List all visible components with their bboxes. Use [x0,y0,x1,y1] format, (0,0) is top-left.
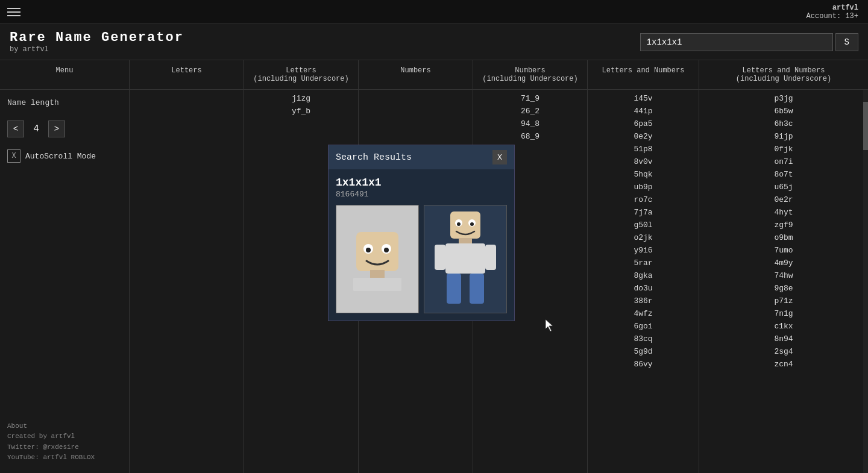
list-item[interactable]: u65j [699,181,868,193]
list-item[interactable]: 6b5w [699,105,868,117]
col-header-numbers: Numbers [359,60,473,89]
result-name: 1x1x1x1 [336,177,507,189]
svg-rect-13 [445,243,485,274]
autoscroll-toggle[interactable]: X [7,149,20,163]
list-item[interactable]: 0fjk [699,143,868,155]
list-item[interactable]: jizg [244,92,358,105]
search-input[interactable] [640,33,833,51]
title-block: Rare Name Generator by artfvl [10,30,184,54]
list-item[interactable]: 7umo [699,244,868,257]
about-label: About [7,421,122,432]
username: artfvl [807,4,858,12]
list-item[interactable]: 0e2r [699,193,868,206]
search-results-modal: Search Results X 1x1x1x1 8166491 [328,145,515,321]
sidebar: Name length < 4 > X AutoScroll Mode Abou… [0,90,130,473]
list-item[interactable]: 4m9y [699,257,868,269]
list-item[interactable]: 5rar [588,257,699,269]
list-item[interactable]: 74hw [699,269,868,282]
modal-title: Search Results [336,152,412,163]
col-header-letters: Letters [130,60,244,89]
list-item[interactable]: 51p8 [588,143,699,155]
name-length-label: Name length [7,98,122,107]
name-length-control: < 4 > [7,121,122,137]
scrollbar-track[interactable] [863,90,868,473]
list-item[interactable]: ro7c [588,193,699,206]
list-item[interactable]: o9bm [699,231,868,244]
list-item[interactable]: 7j7a [588,206,699,219]
list-item[interactable]: 441p [588,105,699,117]
account-label: Account: 13+ [807,12,858,20]
length-display: 4 [30,124,42,134]
svg-point-4 [384,248,389,252]
list-item[interactable]: 6goi [588,320,699,333]
created-by: Created by artfvl [7,431,122,442]
col-header-lan-us: Letters and Numbers(including Underscore… [699,60,868,89]
list-item[interactable]: 7n1g [699,307,868,320]
list-item[interactable]: 4wfz [588,307,699,320]
scrollbar-thumb[interactable] [863,102,868,150]
lan-column: i45v 441p 6pa5 0e2y 51p8 8v0v 5hqk ub9p … [588,90,699,473]
autoscroll-label: AutoScroll Mode [25,152,96,161]
app-subtitle: by artfvl [10,45,184,54]
increment-button[interactable]: > [48,121,65,137]
list-item[interactable]: 94_8 [473,117,587,130]
decrement-button[interactable]: < [7,121,24,137]
list-item[interactable]: 83cq [588,333,699,345]
list-item[interactable]: 5hqk [588,168,699,181]
list-item[interactable]: yf_b [244,105,358,117]
list-item[interactable]: 71_9 [473,92,587,105]
list-item[interactable]: 9g8e [699,282,868,295]
list-item[interactable]: on7i [699,155,868,168]
column-headers: Menu Letters Letters(including Underscor… [0,60,868,90]
search-button[interactable]: S [835,33,858,51]
col-header-lan: Letters and Numbers [588,60,699,89]
svg-rect-16 [447,274,461,304]
avatar-headshot-svg [347,226,407,292]
hamburger-menu[interactable] [7,8,20,16]
list-item[interactable]: 8gka [588,269,699,282]
list-item[interactable]: zgf9 [699,219,868,231]
title-area: Rare Name Generator by artfvl S [0,24,868,60]
list-item[interactable]: 2sg4 [699,345,868,358]
list-item[interactable]: do3u [588,282,699,295]
list-item[interactable]: p3jg [699,92,868,105]
list-item[interactable]: 6h3c [699,117,868,130]
list-item[interactable]: ub9p [588,181,699,193]
twitter-handle: Twitter: @rxdesire [7,442,122,453]
svg-rect-15 [485,245,496,270]
letters-column [130,90,244,473]
col-header-menu: Menu [0,60,130,89]
list-item[interactable]: 9ijp [699,130,868,143]
list-item[interactable]: 6pa5 [588,117,699,130]
list-item[interactable]: i45v [588,92,699,105]
avatar-headshot [336,205,419,313]
list-item[interactable]: 386r [588,295,699,307]
svg-rect-17 [470,274,484,304]
sidebar-footer: About Created by artfvl Twitter: @rxdesi… [7,421,122,463]
autoscroll-control: X AutoScroll Mode [7,149,122,163]
avatars-row [336,205,507,313]
modal-header: Search Results X [329,145,514,169]
list-item[interactable]: y9i6 [588,244,699,257]
list-item[interactable]: 0e2y [588,130,699,143]
list-item[interactable]: p71z [699,295,868,307]
list-item[interactable]: 86vy [588,358,699,371]
list-item[interactable]: 8v0v [588,155,699,168]
list-item[interactable]: 68_9 [473,130,587,143]
modal-close-button[interactable]: X [492,150,507,164]
result-id: 8166491 [336,190,507,199]
list-item[interactable]: 5g9d [588,345,699,358]
list-item[interactable]: 8o7t [699,168,868,181]
svg-rect-5 [370,270,385,278]
list-item[interactable]: o2jk [588,231,699,244]
list-item[interactable]: 26_2 [473,105,587,117]
list-item[interactable]: 4hyt [699,206,868,219]
list-item[interactable]: zcn4 [699,358,868,371]
account-info: artfvl Account: 13+ [807,4,858,20]
list-item[interactable]: g50l [588,219,699,231]
app-title: Rare Name Generator [10,30,184,45]
list-item[interactable]: c1kx [699,320,868,333]
list-item[interactable]: 8n94 [699,333,868,345]
youtube-channel: YouTube: artfvl ROBLOX [7,453,122,463]
col-header-letters-us: Letters(including Underscore) [244,60,359,89]
